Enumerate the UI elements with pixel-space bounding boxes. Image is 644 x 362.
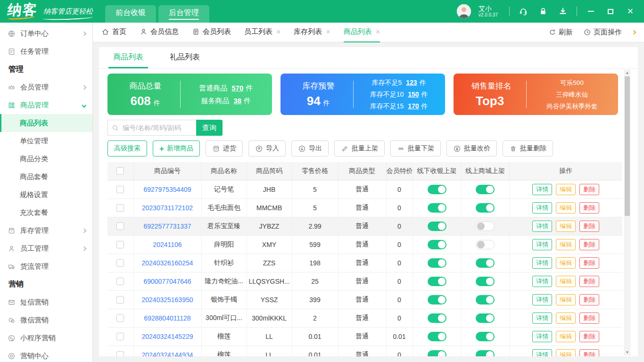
- row-checkbox[interactable]: [116, 204, 124, 212]
- query-button[interactable]: 查询: [196, 120, 223, 136]
- row-action-button[interactable]: 详情: [532, 239, 552, 250]
- product-code-link[interactable]: 20240324144934: [141, 351, 193, 357]
- row-action-button[interactable]: 删除: [579, 331, 599, 342]
- maximize-button[interactable]: [604, 5, 617, 17]
- toolbar-button[interactable]: 导入: [248, 140, 286, 156]
- page-tab[interactable]: 会员信息: [140, 23, 179, 42]
- row-action-button[interactable]: 编辑: [556, 202, 576, 214]
- toolbar-button[interactable]: 批量上架: [334, 140, 385, 156]
- sidebar-item[interactable]: 库存管理: [0, 222, 92, 239]
- sidebar-subitem[interactable]: 商品列表: [0, 114, 92, 132]
- product-code-link[interactable]: 20230731172102: [142, 204, 193, 212]
- offline-shelf-toggle[interactable]: [428, 313, 446, 323]
- toolbar-button[interactable]: 导出: [291, 140, 329, 156]
- row-action-button[interactable]: 编辑: [556, 331, 576, 342]
- product-code-link[interactable]: 20241106: [153, 241, 182, 248]
- offline-shelf-toggle[interactable]: [428, 185, 446, 194]
- sidebar-subitem[interactable]: 规格设置: [0, 186, 92, 204]
- page-tab[interactable]: 库存列表 ×: [294, 23, 330, 42]
- page-tab[interactable]: 商品列表 ×: [344, 23, 380, 42]
- row-action-button[interactable]: 详情: [532, 331, 552, 342]
- row-checkbox[interactable]: [116, 278, 124, 285]
- offline-shelf-toggle[interactable]: [428, 332, 446, 341]
- online-shelf-toggle[interactable]: [476, 258, 495, 268]
- row-action-button[interactable]: 详情: [532, 276, 552, 287]
- online-shelf-toggle[interactable]: [476, 332, 495, 341]
- sidebar-subitem[interactable]: 商品套餐: [0, 168, 92, 186]
- toolbar-button[interactable]: 批量删除: [503, 140, 553, 156]
- row-action-button[interactable]: 详情: [532, 202, 552, 214]
- toolbar-button[interactable]: +新增商品: [153, 140, 200, 156]
- sidebar-item[interactable]: 小程序营销: [0, 329, 92, 347]
- toolbar-button[interactable]: 批量下架: [390, 140, 441, 156]
- sidebar-subitem[interactable]: 商品分类: [0, 150, 92, 168]
- offline-shelf-toggle[interactable]: [428, 277, 446, 286]
- close-button[interactable]: ×: [624, 5, 636, 17]
- online-shelf-toggle[interactable]: [476, 203, 495, 213]
- offline-shelf-toggle[interactable]: [428, 240, 446, 249]
- row-action-button[interactable]: 详情: [532, 294, 552, 305]
- sidebar-item[interactable]: 货流管理: [0, 257, 92, 275]
- search-input[interactable]: [107, 120, 196, 136]
- product-code-link[interactable]: 6927975354409: [143, 186, 191, 193]
- sidebar-item[interactable]: 营销中心: [0, 347, 92, 362]
- scroll-down-icon[interactable]: ▼: [626, 350, 629, 355]
- lock-icon[interactable]: [537, 7, 549, 16]
- row-action-button[interactable]: 编辑: [556, 294, 576, 305]
- product-code-link[interactable]: 20240324145229: [141, 333, 193, 340]
- scroll-up-icon[interactable]: ▲: [626, 70, 629, 75]
- panel-tab[interactable]: 商品列表: [108, 47, 148, 68]
- row-action-button[interactable]: 删除: [579, 294, 599, 305]
- page-actions-button[interactable]: 页面操作: [583, 28, 622, 37]
- row-action-button[interactable]: 编辑: [556, 221, 576, 232]
- row-action-button[interactable]: 删除: [579, 239, 599, 250]
- row-checkbox[interactable]: [116, 186, 124, 193]
- scrollbar-thumb[interactable]: [625, 76, 630, 216]
- row-action-button[interactable]: 编辑: [556, 313, 576, 324]
- refresh-button[interactable]: 刷新: [548, 28, 573, 37]
- row-action-button[interactable]: 编辑: [556, 349, 576, 357]
- download-icon[interactable]: [557, 7, 569, 16]
- titlebar-nav-tab[interactable]: 前台收银: [105, 5, 156, 23]
- page-tab[interactable]: 首页: [101, 23, 126, 42]
- row-action-button[interactable]: 详情: [532, 349, 552, 357]
- row-action-button[interactable]: 编辑: [556, 276, 576, 287]
- row-action-button[interactable]: 删除: [579, 257, 599, 269]
- row-action-button[interactable]: 删除: [579, 313, 599, 324]
- sidebar-item[interactable]: 会员管理: [0, 78, 92, 96]
- row-action-button[interactable]: 删除: [579, 184, 599, 195]
- online-shelf-toggle[interactable]: [476, 222, 495, 231]
- row-action-button[interactable]: 详情: [532, 257, 552, 269]
- row-checkbox[interactable]: [116, 241, 124, 248]
- product-code-link[interactable]: 20240325163950: [141, 296, 193, 304]
- page-tab[interactable]: 会员列表: [192, 23, 231, 42]
- sidebar-item[interactable]: 任务管理: [0, 42, 92, 60]
- toolbar-button[interactable]: 进货: [206, 140, 243, 156]
- offline-shelf-toggle[interactable]: [428, 258, 446, 268]
- row-checkbox[interactable]: [116, 333, 124, 340]
- offline-shelf-toggle[interactable]: [428, 222, 446, 231]
- row-action-button[interactable]: 详情: [532, 221, 552, 232]
- page-tab[interactable]: 员工列表 ×: [244, 23, 281, 42]
- tabbar-expand-chevron[interactable]: [632, 31, 636, 34]
- online-shelf-toggle[interactable]: [476, 313, 495, 323]
- tab-close-icon[interactable]: ×: [376, 28, 380, 36]
- tab-close-icon[interactable]: ×: [326, 28, 330, 36]
- sidebar-subitem[interactable]: 单位管理: [0, 132, 92, 150]
- titlebar-nav-tab[interactable]: 后台管理: [158, 5, 209, 23]
- sidebar-item[interactable]: 商品管理: [0, 96, 92, 114]
- sidebar-item[interactable]: 订单中心: [0, 25, 92, 42]
- row-action-button[interactable]: 删除: [579, 202, 599, 214]
- toolbar-button[interactable]: 高级搜索: [107, 140, 147, 156]
- user-info[interactable]: 艾小 v2.0.0.37: [479, 5, 498, 18]
- row-action-button[interactable]: 删除: [579, 276, 599, 287]
- row-checkbox[interactable]: [116, 222, 124, 230]
- sidebar-subitem[interactable]: 充次套餐: [0, 204, 92, 222]
- customer-service-icon[interactable]: [517, 7, 529, 16]
- tab-close-icon[interactable]: ×: [276, 28, 281, 36]
- online-shelf-toggle[interactable]: [476, 295, 495, 304]
- offline-shelf-toggle[interactable]: [428, 295, 446, 304]
- online-shelf-toggle[interactable]: [476, 240, 495, 249]
- product-code-link[interactable]: 20240326160254: [141, 259, 193, 267]
- product-code-link[interactable]: 6900077047646: [143, 278, 191, 285]
